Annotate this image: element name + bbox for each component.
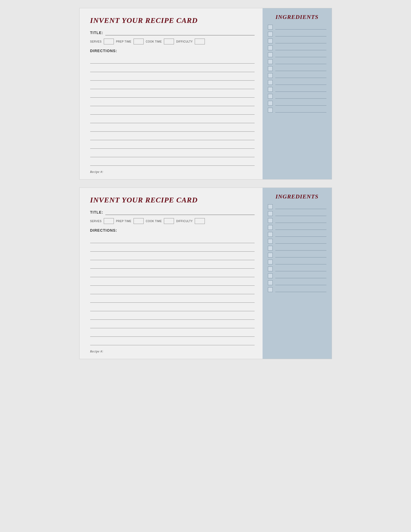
serves-box-1[interactable] xyxy=(104,39,114,44)
direction-line[interactable] xyxy=(90,98,255,106)
direction-line[interactable] xyxy=(90,115,255,123)
ingredient-line[interactable] xyxy=(275,246,326,251)
ingredient-line[interactable] xyxy=(275,273,326,278)
direction-line[interactable] xyxy=(90,252,255,260)
ingredient-checkbox[interactable] xyxy=(268,239,273,244)
direction-line[interactable] xyxy=(90,337,255,345)
title-input-line-2[interactable] xyxy=(105,210,254,215)
title-row-2: TITLE: xyxy=(90,210,255,215)
ingredient-checkbox[interactable] xyxy=(268,287,273,292)
direction-line[interactable] xyxy=(90,278,255,286)
direction-line[interactable] xyxy=(90,312,255,320)
ingredient-item xyxy=(268,267,326,271)
ingredient-line[interactable] xyxy=(275,260,326,264)
ingredient-checkbox[interactable] xyxy=(268,204,273,209)
ingredient-checkbox[interactable] xyxy=(268,87,273,92)
recipe-number-label-1: Recipe #: xyxy=(90,170,103,174)
ingredient-line[interactable] xyxy=(275,94,326,99)
ingredient-checkbox[interactable] xyxy=(268,66,273,71)
ingredient-checkbox[interactable] xyxy=(268,108,273,113)
ingredient-line[interactable] xyxy=(275,25,326,30)
title-label-2: TITLE: xyxy=(90,210,103,214)
ingredient-line[interactable] xyxy=(275,80,326,85)
ingredient-line[interactable] xyxy=(275,218,326,223)
recipe-number-label-2: Recipe #: xyxy=(90,350,103,354)
ingredient-checkbox[interactable] xyxy=(268,52,273,57)
direction-line[interactable] xyxy=(90,132,255,140)
direction-line[interactable] xyxy=(90,286,255,294)
ingredient-checkbox[interactable] xyxy=(268,273,273,278)
ingredient-line[interactable] xyxy=(275,39,326,43)
direction-line[interactable] xyxy=(90,141,255,149)
prep-time-box-2[interactable] xyxy=(134,218,144,224)
direction-line[interactable] xyxy=(90,329,255,337)
ingredient-checkbox[interactable] xyxy=(268,45,273,50)
direction-line[interactable] xyxy=(90,73,255,81)
direction-line[interactable] xyxy=(90,303,255,311)
ingredient-item xyxy=(268,80,326,85)
ingredient-line[interactable] xyxy=(275,232,326,237)
direction-line[interactable] xyxy=(90,81,255,89)
ingredient-line[interactable] xyxy=(275,59,326,64)
serves-box-2[interactable] xyxy=(104,218,114,224)
ingredient-checkbox[interactable] xyxy=(268,94,273,99)
direction-line[interactable] xyxy=(90,269,255,277)
ingredient-line[interactable] xyxy=(275,225,326,230)
ingredient-line[interactable] xyxy=(275,73,326,78)
prep-time-box-1[interactable] xyxy=(134,39,144,44)
ingredient-checkbox[interactable] xyxy=(268,101,273,106)
ingredient-checkbox[interactable] xyxy=(268,32,273,36)
ingredient-checkbox[interactable] xyxy=(268,232,273,237)
direction-line[interactable] xyxy=(90,56,255,64)
ingredient-checkbox[interactable] xyxy=(268,253,273,257)
ingredient-line[interactable] xyxy=(275,211,326,216)
direction-line[interactable] xyxy=(90,158,255,166)
ingredient-checkbox[interactable] xyxy=(268,73,273,78)
ingredient-line[interactable] xyxy=(275,66,326,71)
ingredients-title-1: INGREDIENTS xyxy=(268,14,326,20)
cook-time-box-2[interactable] xyxy=(164,218,174,224)
ingredient-line[interactable] xyxy=(275,287,326,292)
ingredient-line[interactable] xyxy=(275,101,326,106)
direction-line[interactable] xyxy=(90,149,255,157)
ingredient-checkbox[interactable] xyxy=(268,59,273,64)
ingredient-line[interactable] xyxy=(275,253,326,257)
ingredient-item xyxy=(268,32,326,36)
direction-line[interactable] xyxy=(90,295,255,303)
ingredient-item xyxy=(268,239,326,244)
ingredient-line[interactable] xyxy=(275,280,326,285)
cook-time-box-1[interactable] xyxy=(164,39,174,44)
difficulty-box-1[interactable] xyxy=(195,39,205,44)
direction-line[interactable] xyxy=(90,320,255,328)
ingredient-item xyxy=(268,108,326,113)
ingredient-checkbox[interactable] xyxy=(268,280,273,285)
ingredient-checkbox[interactable] xyxy=(268,225,273,230)
ingredient-checkbox[interactable] xyxy=(268,260,273,264)
ingredient-checkbox[interactable] xyxy=(268,80,273,85)
ingredient-checkbox[interactable] xyxy=(268,218,273,223)
direction-line[interactable] xyxy=(90,107,255,115)
direction-line[interactable] xyxy=(90,90,255,98)
difficulty-box-2[interactable] xyxy=(195,218,205,224)
ingredient-checkbox[interactable] xyxy=(268,39,273,43)
ingredient-line[interactable] xyxy=(275,45,326,50)
direction-line[interactable] xyxy=(90,244,255,252)
ingredient-item xyxy=(268,253,326,257)
title-input-line-1[interactable] xyxy=(105,30,254,35)
ingredient-line[interactable] xyxy=(275,87,326,92)
ingredient-line[interactable] xyxy=(275,108,326,113)
direction-line[interactable] xyxy=(90,64,255,72)
direction-line[interactable] xyxy=(90,124,255,132)
ingredient-checkbox[interactable] xyxy=(268,211,273,216)
direction-line[interactable] xyxy=(90,235,255,243)
ingredient-line[interactable] xyxy=(275,32,326,36)
ingredient-line[interactable] xyxy=(275,239,326,244)
ingredient-line[interactable] xyxy=(275,204,326,209)
ingredient-checkbox[interactable] xyxy=(268,246,273,251)
ingredient-line[interactable] xyxy=(275,267,326,271)
ingredient-checkbox[interactable] xyxy=(268,25,273,30)
ingredient-item xyxy=(268,218,326,223)
ingredient-checkbox[interactable] xyxy=(268,267,273,271)
direction-line[interactable] xyxy=(90,261,255,269)
ingredient-line[interactable] xyxy=(275,52,326,57)
